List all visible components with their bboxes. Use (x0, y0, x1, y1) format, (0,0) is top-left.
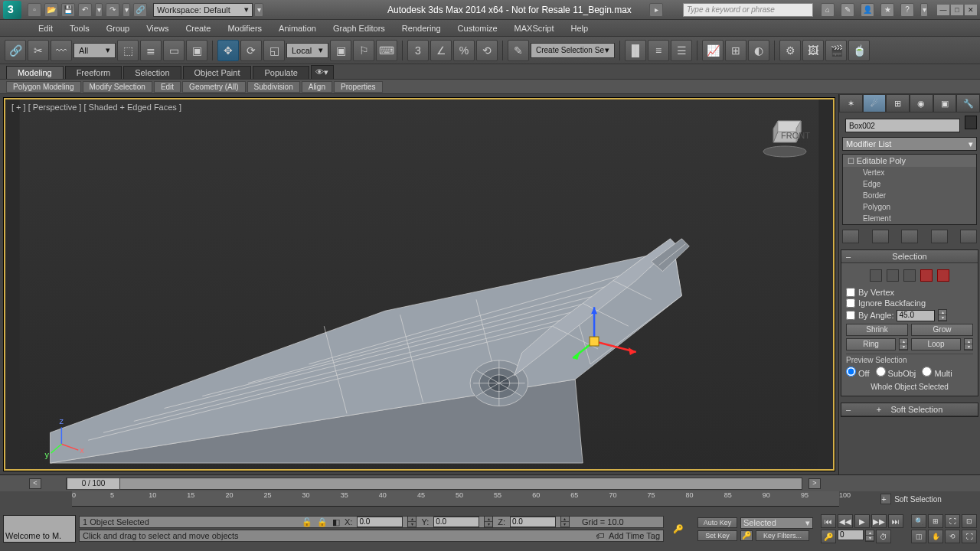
vertex-mode-icon[interactable] (870, 269, 882, 282)
redo-drop-icon[interactable]: ▾ (122, 3, 130, 17)
ribbon-panel-polymodeling[interactable]: Polygon Modeling (6, 81, 81, 93)
rect-select-icon[interactable]: ▭ (163, 40, 185, 61)
goto-start-icon[interactable]: ⏮ (821, 514, 836, 528)
configure-icon[interactable] (960, 230, 977, 243)
orbit-icon[interactable]: ⟲ (945, 530, 960, 543)
spinner-snap-icon[interactable]: ⟲ (476, 40, 498, 61)
zoom-extents-icon[interactable]: ⛶ (945, 514, 960, 528)
minimize-button[interactable]: — (937, 5, 949, 15)
prev-frame-icon[interactable]: ◀◀ (838, 514, 853, 528)
zoom-all-icon[interactable]: ⊞ (928, 514, 943, 528)
time-config-icon[interactable]: ⏱ (876, 530, 891, 543)
exchange-icon[interactable]: ✎ (841, 3, 854, 17)
menu-grapheditors[interactable]: Graph Editors (325, 22, 393, 34)
menu-help[interactable]: Help (564, 22, 596, 34)
ribbon-collapse-icon[interactable]: 👁▾ (311, 65, 334, 79)
tab-motion-icon[interactable]: ◉ (910, 94, 933, 112)
lock-toggle-icon[interactable]: 🔒 (317, 517, 328, 527)
setkey-button[interactable]: Set Key (697, 530, 737, 541)
teapot-icon[interactable]: 🍵 (848, 40, 870, 61)
redo-icon[interactable]: ↷ (106, 3, 119, 17)
time-slider[interactable]: 0 / 100 (66, 478, 802, 490)
add-time-tag-button[interactable]: Add Time Tag (609, 531, 660, 540)
render-frame-icon[interactable]: 🖼 (802, 40, 824, 61)
ribbon-panel-properties[interactable]: Properties (334, 81, 383, 93)
selection-rollout-header[interactable]: Selection (841, 250, 978, 263)
loop-button[interactable]: Loop (911, 338, 961, 350)
layers-icon[interactable]: ☰ (671, 40, 692, 61)
preview-multi-radio[interactable]: Multi (922, 367, 952, 378)
y-coord-input[interactable]: 0.0 (433, 517, 479, 527)
stack-polygon[interactable]: Polygon (843, 201, 976, 213)
make-unique-icon[interactable] (901, 230, 918, 243)
shrink-button[interactable]: Shrink (846, 324, 908, 336)
current-frame-input[interactable]: 0 (838, 530, 864, 540)
named-selection-icon[interactable]: ✎ (508, 40, 529, 61)
ws-drop-icon[interactable]: ▾ (254, 3, 263, 17)
render-setup-icon[interactable]: ⚙ (779, 40, 801, 61)
viewport[interactable]: [ + ] [ Perspective ] [ Shaded + Edged F… (3, 97, 835, 471)
modifier-stack[interactable]: ☐ Editable Poly Vertex Edge Border Polyg… (842, 154, 977, 225)
x-coord-input[interactable]: 0.0 (357, 517, 403, 527)
material-editor-icon[interactable]: ◐ (748, 40, 769, 61)
menu-views[interactable]: Views (139, 22, 176, 34)
select-link-icon[interactable]: 🔗 (5, 40, 26, 61)
keyfilters-button[interactable]: Key Filters... (756, 530, 809, 541)
tab-modify-icon[interactable]: ☄ (863, 94, 887, 112)
undo-icon[interactable]: ↶ (78, 3, 92, 17)
subscription-icon[interactable]: ⌂ (821, 3, 835, 17)
mirror-icon[interactable]: ▐▌ (625, 40, 646, 61)
help-drop-icon[interactable]: ▾ (920, 3, 928, 17)
stack-border[interactable]: Border (843, 190, 976, 201)
soft-selection-header[interactable]: + Soft Selection (841, 403, 978, 416)
by-vertex-checkbox[interactable] (846, 288, 855, 297)
menu-tools[interactable]: Tools (62, 22, 97, 34)
edge-mode-icon[interactable] (887, 269, 899, 282)
viewport-canvas[interactable]: z x y (4, 98, 835, 471)
undo-drop-icon[interactable]: ▾ (95, 3, 103, 17)
preview-off-radio[interactable]: Off (846, 367, 870, 378)
select-object-icon[interactable]: ⬚ (117, 40, 139, 61)
angle-input[interactable]: 45.0 (897, 310, 935, 321)
select-by-name-icon[interactable]: ≣ (140, 40, 162, 61)
stack-edge[interactable]: Edge (843, 178, 976, 190)
add-rollout-icon[interactable]: + (880, 494, 891, 504)
ribbon-panel-subdivision[interactable]: Subdivision (247, 81, 300, 93)
ribbon-tab-populate[interactable]: Populate (253, 66, 309, 79)
menu-maxscript[interactable]: MAXScript (507, 22, 562, 34)
autokey-button[interactable]: Auto Key (697, 517, 737, 528)
goto-end-icon[interactable]: ⏭ (888, 514, 903, 528)
loop-spinner[interactable]: ▴▾ (964, 338, 973, 350)
border-mode-icon[interactable] (903, 269, 916, 282)
bind-spacewarp-icon[interactable]: 〰 (51, 40, 72, 61)
time-tag-icon[interactable]: 🏷 (596, 531, 604, 540)
ribbon-panel-geometry[interactable]: Geometry (All) (182, 81, 245, 93)
selection-lock-icon[interactable]: 🔓 (302, 517, 312, 527)
ribbon-panel-modifyselection[interactable]: Modify Selection (83, 81, 152, 93)
ribbon-tab-objectpaint[interactable]: Object Paint (183, 66, 252, 79)
pan-icon[interactable]: ✋ (928, 530, 943, 543)
angle-spinner[interactable]: ▴▾ (938, 309, 947, 321)
align-icon[interactable]: ≡ (648, 40, 669, 61)
ref-coord-combo[interactable]: Local▾ (286, 43, 328, 58)
play-icon[interactable]: ▶ (854, 514, 870, 528)
menu-create[interactable]: Create (178, 22, 218, 34)
ribbon-panel-edit[interactable]: Edit (154, 81, 181, 93)
move-tool-icon[interactable]: ✥ (217, 40, 239, 61)
snap-3-icon[interactable]: 3 (407, 40, 429, 61)
new-file-icon[interactable]: ▫ (28, 3, 41, 17)
maximize-button[interactable]: □ (951, 5, 963, 15)
viewport-label[interactable]: [ + ] [ Perspective ] [ Shaded + Edged F… (11, 103, 181, 112)
next-frame-icon[interactable]: ▶▶ (871, 514, 887, 528)
save-file-icon[interactable]: 💾 (61, 3, 75, 17)
frame-spin[interactable]: ▴▾ (865, 530, 874, 542)
menu-modifiers[interactable]: Modifiers (220, 22, 270, 34)
field-of-view-icon[interactable]: ◫ (911, 530, 926, 543)
stack-vertex[interactable]: Vertex (843, 167, 976, 178)
setkey-big-icon[interactable]: 🔑 (740, 530, 753, 541)
object-color-swatch[interactable] (965, 116, 977, 129)
by-angle-checkbox[interactable] (846, 311, 855, 320)
viewcube[interactable]: FRONT (758, 113, 812, 159)
unlink-icon[interactable]: ✂ (28, 40, 49, 61)
help-icon[interactable]: ? (900, 3, 914, 17)
